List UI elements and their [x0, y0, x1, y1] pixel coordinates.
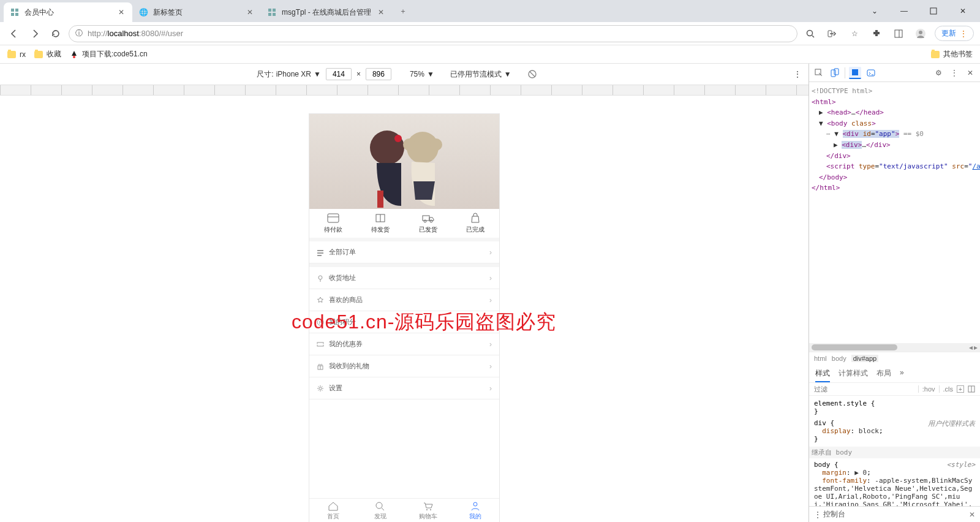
svg-rect-1 — [15, 9, 18, 12]
user-banner — [309, 114, 499, 209]
svg-rect-12 — [895, 30, 902, 37]
throttle-selector[interactable]: 已停用节流模式 ▼ — [450, 69, 511, 80]
address-bar[interactable]: ⓘ http://localhost:8080/#/user — [69, 25, 797, 42]
menu-shipping-address[interactable]: 收货地址› — [309, 267, 499, 289]
close-icon[interactable]: ✕ — [964, 67, 976, 79]
scroll-left-icon[interactable]: ◂ — [969, 343, 973, 352]
tab-new[interactable]: 🌐 新标签页 ✕ — [132, 2, 261, 22]
add-rule-icon[interactable]: + — [957, 385, 964, 393]
star-icon — [317, 297, 324, 304]
star-icon[interactable]: ☆ — [846, 26, 862, 42]
back-button[interactable] — [6, 26, 22, 42]
tab-member-center[interactable]: 会员中心 ✕ — [4, 2, 132, 22]
menu-favorites[interactable]: 喜欢的商品› — [309, 289, 499, 311]
hov-toggle[interactable]: :hov — [918, 385, 935, 393]
profile-icon[interactable] — [913, 26, 929, 42]
device-toggle-icon[interactable] — [829, 67, 841, 79]
dom-horizontal-scrollbar[interactable]: ◂▸ — [809, 343, 980, 352]
maximize-button[interactable] — [920, 1, 947, 21]
reload-button[interactable] — [48, 26, 64, 42]
chevron-right-icon: › — [489, 340, 492, 349]
elements-tab-icon[interactable] — [849, 67, 861, 79]
status-completed[interactable]: 已完成 — [452, 213, 500, 234]
tab-title: 会员中心 — [24, 7, 111, 18]
svg-rect-0 — [11, 9, 14, 12]
styles-filter-row: :hov .cls + — [809, 383, 980, 396]
tab-msgtpl[interactable]: msgTpl - 在线商城后台管理 ✕ — [261, 2, 392, 22]
tab-close-icon[interactable]: ✕ — [245, 7, 255, 17]
tab-close-icon[interactable]: ✕ — [116, 7, 126, 17]
inspect-icon[interactable] — [813, 67, 825, 79]
styles-filter-input[interactable] — [814, 385, 914, 393]
menu-coupons[interactable]: 我的优惠券› — [309, 333, 499, 355]
tab-label: 购物车 — [419, 512, 437, 521]
horizontal-ruler — [0, 85, 809, 96]
tab-layout[interactable]: 布局 — [876, 368, 891, 379]
bookmark-label: 收藏 — [47, 49, 61, 59]
close-window-button[interactable]: ✕ — [949, 1, 976, 21]
svg-rect-8 — [930, 8, 937, 14]
sidepanel-icon[interactable] — [891, 26, 907, 42]
menu-settings[interactable]: 设置› — [309, 377, 499, 399]
breadcrumb[interactable]: html body div#app — [809, 352, 980, 365]
styles-body[interactable]: element.style { } 用户代理样式表 div { display:… — [809, 396, 980, 506]
bookmark-favorites[interactable]: 收藏 — [34, 49, 61, 59]
dom-tree[interactable]: <!DOCTYPE html> <html> ▶ <head>…</head> … — [809, 82, 980, 343]
gear-icon[interactable]: ⚙ — [932, 67, 944, 79]
console-drawer[interactable]: ⋮ 控制台 ✕ — [809, 506, 980, 522]
scrollbar-thumb[interactable] — [812, 344, 897, 350]
svg-point-43 — [319, 387, 322, 390]
crumb-div-app[interactable]: div#app — [851, 355, 879, 362]
status-pending-ship[interactable]: 待发货 — [357, 213, 405, 234]
menu-all-orders[interactable]: 全部订单 › — [309, 241, 499, 263]
cls-toggle[interactable]: .cls — [939, 385, 954, 393]
kebab-icon[interactable]: ⋮ — [814, 510, 821, 519]
scroll-right-icon[interactable]: ▸ — [974, 343, 978, 352]
zoom-selector[interactable]: 75% ▼ — [410, 70, 434, 78]
chevron-down-icon[interactable]: ⌄ — [861, 1, 888, 21]
crumb-body[interactable]: body — [832, 355, 846, 362]
console-tab-icon[interactable] — [865, 67, 877, 79]
forward-button[interactable] — [27, 26, 43, 42]
share-icon[interactable] — [824, 26, 840, 42]
bookmark-rx[interactable]: rx — [7, 50, 26, 59]
close-icon[interactable]: ✕ — [969, 510, 975, 519]
new-tab-button[interactable]: ＋ — [394, 2, 412, 20]
update-button[interactable]: 更新 ⋮ — [935, 26, 974, 41]
crumb-html[interactable]: html — [814, 355, 827, 362]
more-tabs-icon[interactable]: » — [900, 368, 904, 379]
inherits-label: 继承自 body — [809, 447, 980, 458]
info-icon[interactable]: ⓘ — [75, 28, 83, 39]
width-input[interactable] — [326, 68, 352, 80]
throttle-label: 已停用节流模式 — [450, 69, 502, 80]
status-shipped[interactable]: 已发货 — [404, 213, 452, 234]
svg-rect-53 — [867, 70, 875, 76]
menu-gifts[interactable]: 我收到的礼物› — [309, 355, 499, 377]
minimize-button[interactable]: — — [891, 1, 918, 21]
zoom-value: 75% — [410, 70, 424, 78]
computed-toggle-icon[interactable] — [968, 385, 975, 393]
tab-discover[interactable]: 发现 — [357, 501, 405, 521]
tab-cart[interactable]: 购物车 — [404, 501, 452, 521]
rotate-icon[interactable] — [527, 69, 537, 79]
tab-computed[interactable]: 计算样式 — [839, 368, 868, 379]
tab-mine[interactable]: 我的 — [452, 501, 500, 521]
device-name: iPhone XR — [276, 70, 311, 78]
search-icon[interactable] — [802, 26, 818, 42]
status-pending-payment[interactable]: 待付款 — [309, 213, 357, 234]
extensions-icon[interactable] — [869, 26, 884, 42]
order-status-row: 待付款 待发货 已发货 已完成 — [309, 209, 499, 238]
tab-styles[interactable]: 样式 — [815, 368, 830, 382]
tab-home[interactable]: 首页 — [309, 501, 357, 521]
kebab-icon[interactable]: ⋮ — [794, 70, 801, 78]
other-bookmarks[interactable]: 其他书签 — [931, 49, 973, 59]
tab-close-icon[interactable]: ✕ — [376, 7, 386, 17]
svg-rect-21 — [377, 191, 383, 208]
height-input[interactable] — [366, 68, 391, 80]
folder-icon — [7, 51, 16, 58]
devtools-toolbar: ⚙ ⋮ ✕ — [809, 64, 980, 82]
bookmark-code51[interactable]: 项目下载:code51.cn — [70, 49, 148, 59]
device-selector[interactable]: 尺寸: iPhone XR ▼ — [257, 69, 321, 80]
menu-label: 全部订单 — [329, 248, 484, 257]
kebab-icon[interactable]: ⋮ — [948, 67, 960, 79]
